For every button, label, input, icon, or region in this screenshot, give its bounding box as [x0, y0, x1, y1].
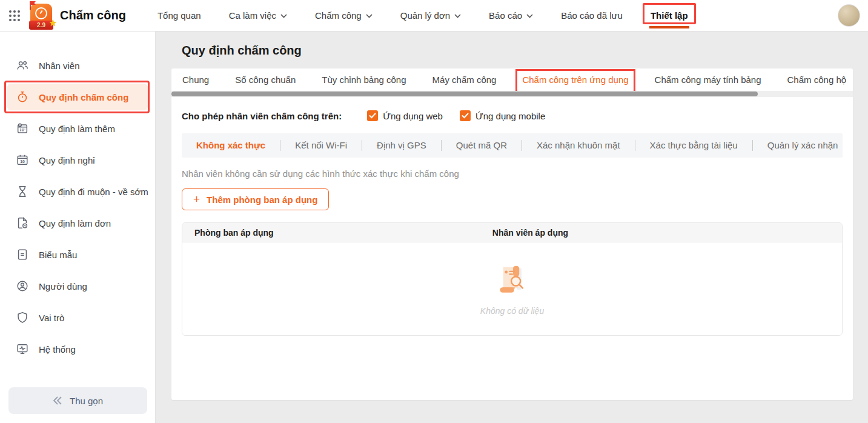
tab-may-cham-cong[interactable]: Máy chấm công [432, 75, 497, 85]
sidebar-item-quy-dinh-cham-cong[interactable]: Quy định chấm công [7, 84, 148, 110]
permission-row: Cho phép nhân viên chấm công trên: Ứng d… [182, 107, 843, 125]
top-bar: 2.9 ★ Chấm công Tổng quan Ca làm việc Ch… [0, 0, 868, 32]
add-department-label: Thêm phòng ban áp dụng [207, 195, 317, 205]
monitor-icon [16, 342, 29, 356]
checkbox-label: Ứng dụng web [383, 111, 443, 121]
sidebar-item-quy-dinh-lam-don[interactable]: Quy định làm đơn [0, 207, 155, 239]
user-circle-icon [16, 279, 29, 293]
star-icon: ★ [49, 18, 57, 28]
checkbox-ung-dung-mobile[interactable]: Ứng dụng mobile [460, 110, 545, 121]
nav-label: Chấm công [315, 10, 362, 21]
no-data-icon [494, 262, 531, 300]
tab-tuy-chinh-bang-cong[interactable]: Tùy chỉnh bảng công [322, 75, 406, 85]
file-clock-icon [16, 216, 29, 230]
nav-label: Quản lý đơn [400, 10, 450, 21]
sidebar-item-label: Người dùng [39, 281, 87, 291]
subtab-quet-ma-qr[interactable]: Quét mã QR [442, 140, 522, 151]
sidebar-item-quy-dinh-nghi[interactable]: 10 Quy định nghỉ [0, 144, 155, 176]
tab-cham-cong-ho[interactable]: Chấm công hộ [787, 75, 847, 85]
app-grid-icon[interactable] [8, 9, 21, 22]
collapse-sidebar-button[interactable]: Thu gọn [8, 387, 147, 414]
checkbox-label: Ứng dụng mobile [475, 111, 545, 121]
tab-label: Chấm công trên ứng dụng [522, 75, 628, 85]
content-card: Chung Số công chuẩn Tùy chỉnh bảng công … [171, 68, 853, 400]
clock-icon [35, 7, 47, 19]
subtab-quan-ly-xac-nhan[interactable]: Quản lý xác nhận [753, 140, 853, 151]
calendar-10-icon: 10 [16, 153, 29, 167]
add-department-button[interactable]: + Thêm phòng ban áp dụng [182, 188, 329, 210]
sidebar-item-label: Hệ thống [39, 344, 76, 355]
shield-icon [16, 311, 29, 324]
checkbox-checked-icon[interactable] [460, 110, 471, 121]
sidebar-item-nhan-vien[interactable]: Nhân viên [0, 50, 155, 81]
file-lines-icon [16, 248, 29, 261]
app-title: Chấm công [60, 8, 126, 22]
nav-item-cham-cong[interactable]: Chấm công [315, 10, 373, 21]
checkbox-ung-dung-web[interactable]: Ứng dụng web [367, 110, 443, 121]
page-title: Quy định chấm công [156, 32, 868, 58]
sidebar-item-label: Quy định đi muộn - về sớm [39, 187, 148, 197]
sidebar-item-label: Nhân viên [39, 61, 80, 71]
chevron-down-icon [366, 14, 373, 18]
nav-label: Báo cáo [489, 10, 522, 21]
tab-chung[interactable]: Chung [182, 75, 209, 85]
tabs-horizontal-scrollbar[interactable] [171, 91, 853, 97]
sidebar-item-bieu-mau[interactable]: Biểu mẫu [0, 239, 155, 270]
checkbox-checked-icon[interactable] [367, 110, 378, 121]
app-logo[interactable]: 2.9 ★ [27, 2, 55, 30]
sidebar-item-label: Quy định chấm công [39, 92, 128, 102]
hourglass-icon [16, 185, 29, 198]
sidebar-item-label: Vai trò [39, 313, 64, 323]
table-header-row: Phòng ban áp dụng Nhân viên áp dụng [182, 223, 842, 242]
column-header-phong-ban: Phòng ban áp dụng [182, 228, 492, 238]
user-avatar[interactable] [838, 4, 860, 27]
column-header-nhan-vien: Nhân viên áp dụng [492, 228, 842, 238]
collapse-label: Thu gọn [70, 396, 103, 406]
subtab-xac-thuc-bang-tai-lieu[interactable]: Xác thực bằng tài liệu [635, 140, 753, 151]
nav-item-bao-cao-da-luu[interactable]: Báo cáo đã lưu [561, 10, 623, 21]
sidebar-item-label: Quy định làm thêm [39, 124, 115, 134]
subtab-xac-nhan-khuon-mat[interactable]: Xác nhận khuôn mặt [522, 140, 635, 151]
people-icon [16, 59, 29, 72]
permission-label: Cho phép nhân viên chấm công trên: [182, 111, 342, 121]
nav-item-tong-quan[interactable]: Tổng quan [157, 10, 201, 21]
subtab-dinh-vi-gps[interactable]: Định vị GPS [362, 140, 442, 151]
nav-item-bao-cao[interactable]: Báo cáo [489, 10, 533, 21]
sidebar-item-label: Quy định làm đơn [39, 218, 111, 228]
verification-subtab-bar: Không xác thực Kết nối Wi-Fi Định vị GPS… [182, 133, 843, 158]
tab-cham-cong-tren-ung-dung[interactable]: Chấm công trên ứng dụng [522, 75, 628, 85]
sidebar-item-label: Biểu mẫu [39, 250, 77, 260]
sidebar-item-he-thong[interactable]: Hệ thống [0, 333, 155, 365]
sidebar-item-quy-dinh-lam-them[interactable]: Quy định làm thêm [0, 113, 155, 144]
plus-icon: + [193, 193, 200, 205]
scrollbar-thumb[interactable] [171, 92, 758, 96]
chevron-down-icon [280, 14, 287, 18]
stopwatch-icon [16, 90, 29, 104]
top-navigation: Tổng quan Ca làm việc Chấm công Quản lý … [157, 10, 688, 21]
active-tab-underline [649, 26, 689, 28]
nav-label: Thiết lập [651, 10, 688, 21]
subtab-khong-xac-thuc[interactable]: Không xác thực [194, 140, 280, 151]
nav-item-quan-ly-don[interactable]: Quản lý đơn [400, 10, 461, 21]
subtab-ket-noi-wifi[interactable]: Kết nối Wi-Fi [280, 140, 362, 151]
tab-cham-cong-may-tinh-bang[interactable]: Chấm công máy tính bảng [655, 75, 761, 85]
chevron-down-icon [454, 14, 461, 18]
chevrons-left-icon [53, 396, 62, 405]
subtab-description: Nhân viên không cần sử dụng các hình thứ… [182, 168, 843, 179]
sidebar-item-nguoi-dung[interactable]: Người dùng [0, 270, 155, 302]
departments-table: Phòng ban áp dụng Nhân viên áp dụng [182, 222, 843, 336]
calendar-clock-icon [16, 122, 29, 135]
nav-item-ca-lam-viec[interactable]: Ca làm việc [229, 10, 287, 21]
empty-state-text: Không có dữ liệu [480, 306, 544, 316]
sidebar-item-quy-dinh-di-muon-ve-som[interactable]: Quy định đi muộn - về sớm [0, 176, 155, 207]
settings-tab-bar: Chung Số công chuẩn Tùy chỉnh bảng công … [171, 68, 853, 91]
sidebar-item-label: Quy định nghỉ [39, 155, 95, 165]
table-empty-state: Không có dữ liệu [182, 242, 842, 335]
checkbox-group: Ứng dụng web Ứng dụng mobile [367, 110, 545, 121]
svg-text:10: 10 [20, 159, 25, 164]
nav-label: Báo cáo đã lưu [561, 10, 623, 21]
tab-so-cong-chuan[interactable]: Số công chuẩn [235, 75, 296, 85]
nav-item-thiet-lap[interactable]: Thiết lập [651, 10, 688, 21]
sidebar-item-vai-tro[interactable]: Vai trò [0, 302, 155, 333]
card-body: Cho phép nhân viên chấm công trên: Ứng d… [171, 97, 853, 336]
